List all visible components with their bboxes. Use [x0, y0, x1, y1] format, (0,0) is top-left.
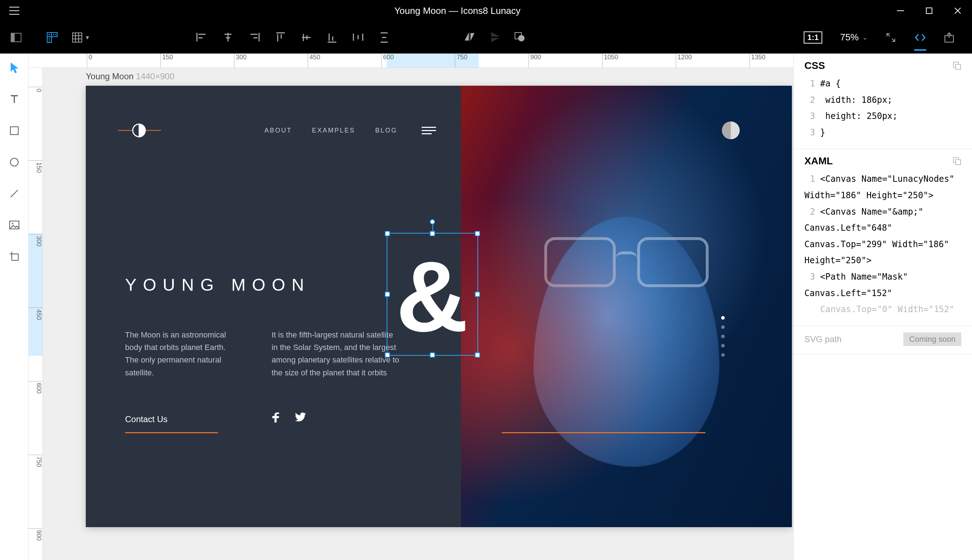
text-tool[interactable]: [7, 92, 22, 107]
menu-button[interactable]: [0, 0, 28, 22]
align-center-h-icon[interactable]: [223, 32, 233, 43]
align-left-icon[interactable]: [196, 32, 207, 43]
hero-heading: YOUNG MOON: [125, 275, 311, 295]
nav-about[interactable]: ABOUT: [264, 127, 292, 134]
svg-point-10: [12, 223, 13, 224]
css-title: CSS: [804, 60, 825, 72]
resize-handle-tl[interactable]: [385, 231, 390, 236]
resize-handle-tm[interactable]: [430, 231, 435, 236]
underline-right: [502, 432, 705, 433]
ellipse-tool[interactable]: [7, 155, 22, 169]
select-tool[interactable]: [7, 61, 22, 75]
pagination-dots[interactable]: [721, 316, 725, 357]
css-section: CSS 1#a { 2 width: 186px; 3 height: 250p…: [794, 53, 972, 149]
maximize-button[interactable]: [915, 0, 944, 22]
image-tool[interactable]: [7, 218, 22, 232]
resize-handle-bl[interactable]: [385, 352, 390, 358]
xaml-title: XAML: [804, 155, 833, 167]
ruler-toggle-icon[interactable]: [47, 32, 58, 43]
ruler-selection-v: [28, 233, 43, 356]
social-icons: [272, 412, 306, 422]
svg-rect-7: [10, 127, 18, 135]
expand-icon[interactable]: [885, 32, 896, 43]
rotate-handle[interactable]: [430, 219, 435, 224]
nav-examples[interactable]: EXAMPLES: [312, 127, 355, 134]
line-tool[interactable]: [7, 187, 22, 201]
site-nav: ABOUT EXAMPLES BLOG: [264, 127, 397, 134]
code-panel: CSS 1#a { 2 width: 186px; 3 height: 250p…: [793, 53, 972, 560]
toolbar: ▾ 1:1 75%⌄: [0, 22, 972, 53]
xaml-section: XAML 1<Canvas Name="LunacyNodes" Width="…: [794, 149, 972, 326]
toggle-panel-icon[interactable]: [11, 33, 22, 42]
code-panel-icon[interactable]: [914, 33, 926, 51]
close-button[interactable]: [944, 0, 972, 22]
resize-handle-br[interactable]: [475, 352, 480, 358]
zoom-dropdown[interactable]: 75%⌄: [840, 32, 868, 43]
facebook-icon[interactable]: [272, 412, 279, 422]
selection-box[interactable]: [387, 233, 478, 356]
flip-vertical-icon[interactable]: [490, 32, 500, 43]
logo: [118, 122, 161, 139]
svg-rect-12: [955, 64, 960, 69]
titlebar: Young Moon — Icons8 Lunacy: [0, 0, 972, 22]
resize-handle-mr[interactable]: [475, 292, 480, 297]
align-group: [196, 32, 389, 43]
align-bottom-icon[interactable]: [327, 32, 337, 43]
distribute-h-icon[interactable]: [353, 32, 363, 43]
actual-size-button[interactable]: 1:1: [804, 32, 822, 43]
artboard-label[interactable]: Young Moon 1440×900: [86, 72, 174, 82]
minimize-button[interactable]: [886, 0, 915, 22]
svg-point-5: [518, 35, 524, 42]
svg-rect-14: [955, 160, 960, 165]
canvas[interactable]: Young Moon 1440×900: [43, 68, 793, 560]
vertical-ruler[interactable]: 0 150 300 450 600 750 900: [28, 68, 43, 560]
paragraph-1: The Moon is an astronomical body that or…: [125, 328, 239, 379]
svg-rect-0: [897, 10, 904, 11]
window-title: Young Moon — Icons8 Lunacy: [28, 5, 886, 17]
coming-soon-badge: Coming soon: [904, 332, 961, 346]
resize-handle-tr[interactable]: [475, 231, 480, 236]
mask-icon[interactable]: [514, 32, 525, 43]
flip-horizontal-icon[interactable]: [464, 32, 476, 43]
hamburger-icon[interactable]: [422, 127, 436, 134]
tool-sidebar: [0, 53, 28, 560]
grid-toggle[interactable]: ▾: [72, 32, 89, 42]
align-right-icon[interactable]: [249, 32, 260, 43]
css-code[interactable]: 1#a { 2 width: 186px; 3 height: 250px; 3…: [804, 76, 961, 141]
twitter-icon[interactable]: [295, 412, 306, 422]
nav-blog[interactable]: BLOG: [375, 127, 397, 134]
export-icon[interactable]: [944, 32, 954, 43]
face-placeholder: [534, 217, 719, 467]
resize-handle-ml[interactable]: [385, 292, 390, 297]
copy-icon[interactable]: [953, 62, 961, 70]
chevron-down-icon: ▾: [86, 33, 89, 42]
flip-group: [464, 32, 525, 43]
chevron-down-icon: ⌄: [862, 33, 868, 42]
paragraph-2: It is the fifth-largest natural satellit…: [272, 328, 400, 379]
underline-left: [125, 432, 218, 433]
canvas-area: 0 150 300 450 600 750 900 1050 1200 1350…: [28, 53, 793, 560]
align-top-icon[interactable]: [276, 32, 286, 43]
xaml-code[interactable]: 1<Canvas Name="LunacyNodes" Width="186" …: [804, 171, 961, 318]
align-center-v-icon[interactable]: [301, 32, 311, 43]
svg-point-8: [10, 158, 18, 166]
svg-rect-3: [11, 33, 15, 42]
rectangle-tool[interactable]: [7, 123, 22, 138]
contact-link[interactable]: Contact Us: [125, 414, 168, 424]
hero-image: [461, 86, 792, 527]
artboard-tool[interactable]: [7, 249, 22, 263]
copy-icon[interactable]: [953, 157, 961, 165]
horizontal-ruler[interactable]: 0 150 300 450 600 750 900 1050 1200 1350: [28, 53, 793, 68]
svg-path-section: SVG path Coming soon: [794, 326, 972, 354]
svg-rect-1: [926, 8, 932, 13]
resize-handle-bm[interactable]: [430, 352, 435, 358]
moon-icon: [722, 122, 740, 139]
distribute-v-icon[interactable]: [379, 32, 389, 43]
glasses-placeholder: [544, 237, 709, 287]
svg-path-title: SVG path: [804, 334, 842, 344]
